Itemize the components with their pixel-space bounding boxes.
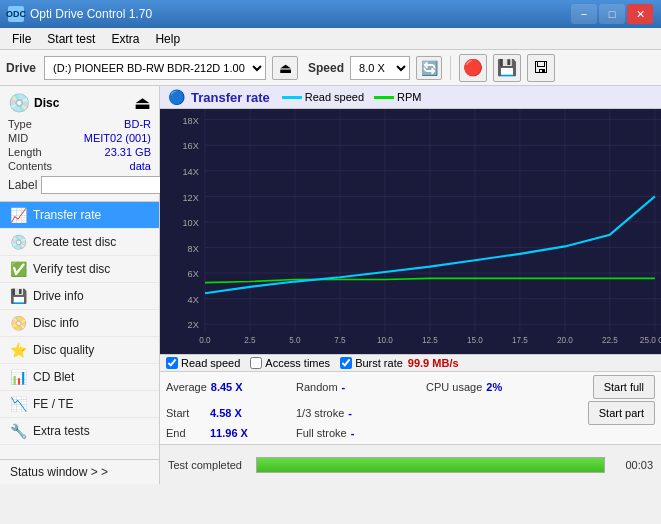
menu-extra[interactable]: Extra xyxy=(103,30,147,48)
disc-quality-icon: ⭐ xyxy=(10,342,27,358)
access-times-check-label: Access times xyxy=(265,357,330,369)
menu-help[interactable]: Help xyxy=(147,30,188,48)
nav-item-extra-tests[interactable]: 🔧 Extra tests xyxy=(0,418,159,445)
read-speed-checkbox[interactable] xyxy=(166,357,178,369)
disc-panel-icon: 💿 xyxy=(8,92,30,114)
menu-file[interactable]: File xyxy=(4,30,39,48)
chart-svg: 18X 16X 14X 12X 10X 8X 6X 4X 2X 0.0 2.5 … xyxy=(160,109,661,354)
nav-item-transfer-rate-label: Transfer rate xyxy=(33,208,101,222)
full-stroke-label: Full stroke xyxy=(296,427,347,439)
menu-start-test[interactable]: Start test xyxy=(39,30,103,48)
full-stroke-value: - xyxy=(351,427,391,439)
speed-select[interactable]: 8.0 X xyxy=(350,56,410,80)
toolbar-btn-1[interactable]: 🔴 xyxy=(459,54,487,82)
nav-item-verify-test-disc[interactable]: ✅ Verify test disc xyxy=(0,256,159,283)
access-times-check[interactable]: Access times xyxy=(250,357,330,369)
end-stat-value: 11.96 X xyxy=(210,427,250,439)
start-stat-label: Start xyxy=(166,407,206,419)
eject-button[interactable]: ⏏ xyxy=(272,56,298,80)
burst-rate-check-label: Burst rate xyxy=(355,357,403,369)
svg-text:5.0: 5.0 xyxy=(289,335,301,345)
app-title: Opti Drive Control 1.70 xyxy=(30,7,152,21)
app-icon: ODC xyxy=(8,6,24,22)
burst-rate-check[interactable]: Burst rate 99.9 MB/s xyxy=(340,357,458,369)
svg-rect-0 xyxy=(160,109,661,354)
nav-item-disc-info-label: Disc info xyxy=(33,316,79,330)
toolbar-btn-save[interactable]: 🖫 xyxy=(527,54,555,82)
maximize-button[interactable]: □ xyxy=(599,4,625,24)
contents-value: data xyxy=(130,160,151,172)
refresh-button[interactable]: 🔄 xyxy=(416,56,442,80)
legend-rpm-label: RPM xyxy=(397,91,421,103)
average-label: Average xyxy=(166,381,207,393)
nav-item-drive-info[interactable]: 💾 Drive info xyxy=(0,283,159,310)
type-label: Type xyxy=(8,118,32,130)
random-label: Random xyxy=(296,381,338,393)
label-label: Label xyxy=(8,178,37,192)
menu-bar: File Start test Extra Help xyxy=(0,28,661,50)
end-stat-label: End xyxy=(166,427,206,439)
start-full-button[interactable]: Start full xyxy=(593,375,655,399)
nav-list: 📈 Transfer rate 💿 Create test disc ✅ Ver… xyxy=(0,202,159,459)
svg-text:6X: 6X xyxy=(188,268,200,279)
nav-item-fe-te[interactable]: 📉 FE / TE xyxy=(0,391,159,418)
nav-item-extra-tests-label: Extra tests xyxy=(33,424,90,438)
status-window-button[interactable]: Status window > > xyxy=(0,459,159,484)
svg-text:12X: 12X xyxy=(183,191,200,202)
mid-value: MEIT02 (001) xyxy=(84,132,151,144)
chart-controls: Read speed Access times Burst rate 99.9 … xyxy=(160,354,661,371)
fe-te-icon: 📉 xyxy=(10,396,27,412)
svg-text:4X: 4X xyxy=(188,294,200,305)
progress-time: 00:03 xyxy=(613,459,653,471)
one-third-stroke-value: - xyxy=(348,407,388,419)
speed-label: Speed xyxy=(308,61,344,75)
sidebar: 💿 Disc ⏏ Type BD-R MID MEIT02 (001) Leng… xyxy=(0,86,160,484)
chart-icon: 🔵 xyxy=(168,89,185,105)
close-button[interactable]: ✕ xyxy=(627,4,653,24)
verify-test-disc-icon: ✅ xyxy=(10,261,27,277)
start-part-button[interactable]: Start part xyxy=(588,401,655,425)
nav-item-disc-info[interactable]: 📀 Disc info xyxy=(0,310,159,337)
nav-item-transfer-rate[interactable]: 📈 Transfer rate xyxy=(0,202,159,229)
length-value: 23.31 GB xyxy=(105,146,151,158)
disc-eject-icon[interactable]: ⏏ xyxy=(134,92,151,114)
svg-text:22.5: 22.5 xyxy=(602,335,618,345)
burst-rate-checkbox[interactable] xyxy=(340,357,352,369)
svg-text:10X: 10X xyxy=(183,217,200,228)
nav-item-verify-test-disc-label: Verify test disc xyxy=(33,262,110,276)
svg-text:2.5: 2.5 xyxy=(244,335,256,345)
content-area: 🔵 Transfer rate Read speed RPM xyxy=(160,86,661,484)
chart-title: Transfer rate xyxy=(191,90,270,105)
chart-container: 18X 16X 14X 12X 10X 8X 6X 4X 2X 0.0 2.5 … xyxy=(160,109,661,354)
extra-tests-icon: 🔧 xyxy=(10,423,27,439)
toolbar-btn-2[interactable]: 💾 xyxy=(493,54,521,82)
status-text: Test completed xyxy=(168,459,248,471)
svg-text:15.0: 15.0 xyxy=(467,335,483,345)
length-label: Length xyxy=(8,146,42,158)
cpu-usage-value: 2% xyxy=(486,381,526,393)
nav-item-disc-quality[interactable]: ⭐ Disc quality xyxy=(0,337,159,364)
nav-item-create-test-disc-label: Create test disc xyxy=(33,235,116,249)
svg-text:16X: 16X xyxy=(183,140,200,151)
average-value: 8.45 X xyxy=(211,381,251,393)
nav-item-create-test-disc[interactable]: 💿 Create test disc xyxy=(0,229,159,256)
access-times-checkbox[interactable] xyxy=(250,357,262,369)
status-window-label: Status window > > xyxy=(10,465,108,479)
svg-text:7.5: 7.5 xyxy=(334,335,346,345)
stats-area: Average 8.45 X Random - CPU usage 2% Sta… xyxy=(160,371,661,444)
svg-text:20.0: 20.0 xyxy=(557,335,573,345)
nav-item-cd-bler[interactable]: 📊 CD Blet xyxy=(0,364,159,391)
disc-info-panel: 💿 Disc ⏏ Type BD-R MID MEIT02 (001) Leng… xyxy=(0,86,159,202)
start-stat-value: 4.58 X xyxy=(210,407,250,419)
drive-label: Drive xyxy=(6,61,36,75)
svg-text:10.0: 10.0 xyxy=(377,335,393,345)
burst-rate-value: 99.9 MB/s xyxy=(408,357,459,369)
nav-item-fe-te-label: FE / TE xyxy=(33,397,73,411)
progress-bar-fill xyxy=(257,458,604,472)
read-speed-check[interactable]: Read speed xyxy=(166,357,240,369)
chart-header: 🔵 Transfer rate Read speed RPM xyxy=(160,86,661,109)
drive-select[interactable]: (D:) PIONEER BD-RW BDR-212D 1.00 xyxy=(44,56,266,80)
read-speed-check-label: Read speed xyxy=(181,357,240,369)
legend-read-label: Read speed xyxy=(305,91,364,103)
minimize-button[interactable]: − xyxy=(571,4,597,24)
